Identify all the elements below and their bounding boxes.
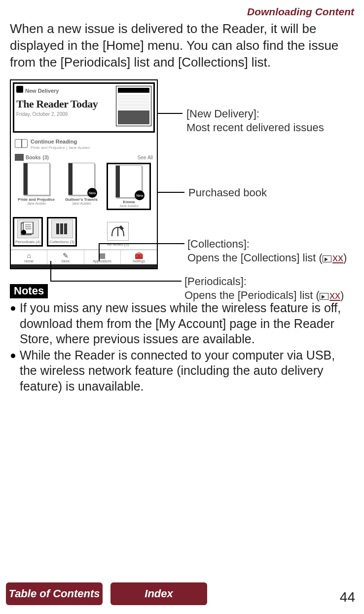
new-badge-icon: New — [135, 190, 145, 200]
continue-reading-label: Continue Reading — [31, 139, 77, 144]
svg-rect-8 — [64, 223, 67, 234]
svg-point-5 — [21, 230, 26, 235]
page-ref-link[interactable]: xx — [332, 252, 343, 264]
leader-line — [158, 192, 184, 193]
books-count: (3) — [43, 155, 49, 160]
new-badge-icon: New — [87, 188, 97, 198]
masthead-date: Friday, October 2, 2009 — [16, 111, 113, 117]
page-ref-icon — [320, 293, 328, 300]
callout-title: [Collections]: — [187, 237, 347, 251]
callout-sub-post: ) — [340, 289, 344, 301]
leader-line — [158, 113, 182, 114]
callout-sub-pre: Opens the [Periodicals] list ( — [184, 289, 320, 301]
page-ref-link[interactable]: xx — [329, 289, 340, 301]
leader-line — [50, 261, 51, 281]
device-screenshot: New Delivery The Reader Today Friday, Oc… — [10, 79, 158, 269]
callout-collections: [Collections]: Opens the [Collections] l… — [187, 237, 347, 264]
masthead-title: The Reader Today — [16, 98, 113, 110]
all-notes-icon — [107, 222, 129, 241]
toolbar-label: Settings — [121, 259, 157, 263]
book-title: Pride and Prejudice — [17, 197, 56, 202]
callout-title: [New Delivery]: — [186, 107, 324, 121]
callout-periodicals: [Periodicals]: Opens the [Periodicals] l… — [184, 275, 344, 302]
books-icon — [15, 154, 24, 161]
toolbar-label: Home — [11, 259, 47, 263]
collections-icon — [51, 219, 73, 238]
book-title: Gulliver's Travels — [62, 197, 101, 202]
books-row: Pride and Prejudice Jane Austen New Gull… — [11, 163, 157, 214]
note-item: While the Reader is connected to your co… — [10, 348, 354, 394]
page-footer: Table of Contents Index 44 — [0, 582, 364, 605]
book-author: Jane Austen — [109, 204, 148, 208]
callout-sub-post: ) — [343, 252, 347, 264]
leader-line — [99, 243, 100, 261]
index-button[interactable]: Index — [110, 582, 207, 605]
notes-badge: Notes — [10, 284, 48, 298]
see-all-link: See All — [138, 155, 153, 160]
note-item: If you miss any new issues while the wir… — [10, 300, 354, 347]
periodicals-label: Periodicals (4) — [15, 240, 40, 244]
continue-reading-sub: Pride and Prejudice | Jane Austen — [31, 145, 90, 150]
continue-reading-row: Continue Reading Pride and Prejudice | J… — [11, 135, 157, 154]
toolbar-label: Store — [47, 259, 83, 263]
device-new-delivery-card: New Delivery The Reader Today Friday, Oc… — [13, 82, 155, 133]
callout-sub-pre: Opens the [Collections] list ( — [187, 252, 323, 264]
toolbar-label: Applications — [84, 259, 120, 263]
store-icon: ✎ — [47, 252, 83, 259]
settings-icon: 🧰 — [121, 252, 157, 259]
figure-row: New Delivery The Reader Today Friday, Oc… — [10, 79, 354, 269]
bottom-shortcuts: Periodicals (4) Collections (3) A — [11, 214, 157, 250]
svg-rect-6 — [56, 223, 59, 234]
book-title: Emma — [109, 200, 148, 204]
callout-sub: Most recent delivered issues — [186, 121, 324, 134]
callout-purchased-book: Purchased book — [188, 186, 267, 200]
periodicals-highlight: Periodicals (4) — [13, 217, 43, 247]
collections-highlight: Collections (3) — [47, 217, 77, 247]
page-ref-icon — [323, 255, 331, 262]
intro-paragraph: When a new issue is delivered to the Rea… — [10, 21, 354, 71]
leader-line — [99, 243, 184, 244]
issue-thumbnail — [116, 86, 151, 126]
books-label: Books — [26, 155, 41, 160]
new-delivery-label: New Delivery — [25, 88, 59, 94]
page-number: 44 — [340, 589, 355, 605]
leader-line — [50, 281, 182, 282]
book-open-icon — [15, 139, 28, 148]
notes-list: If you miss any new issues while the wir… — [10, 300, 354, 394]
new-delivery-icon — [16, 86, 23, 93]
svg-rect-7 — [60, 223, 63, 234]
home-icon: ⌂ — [11, 252, 47, 259]
book-author: Jane Austen — [62, 202, 101, 205]
periodicals-icon — [17, 219, 39, 238]
device-statusbar — [11, 264, 157, 268]
collections-label: Collections (3) — [49, 240, 74, 244]
book-item: New Gulliver's Travels Jane Austen — [62, 163, 101, 210]
callout-new-delivery: [New Delivery]: Most recent delivered is… — [186, 107, 324, 134]
toc-button[interactable]: Table of Contents — [6, 582, 103, 605]
book-author: Jane Austen — [17, 202, 56, 205]
book-item: Pride and Prejudice Jane Austen — [17, 163, 56, 210]
applications-icon: ▦ — [84, 252, 120, 259]
device-toolbar: ⌂Home ✎Store ▦Applications 🧰Settings — [11, 250, 157, 264]
books-header: Books (3) See All — [11, 154, 157, 163]
callout-title: [Periodicals]: — [184, 275, 344, 289]
purchased-book-highlight: New Emma Jane Austen — [107, 163, 151, 210]
section-header: Downloading Content — [10, 6, 354, 18]
